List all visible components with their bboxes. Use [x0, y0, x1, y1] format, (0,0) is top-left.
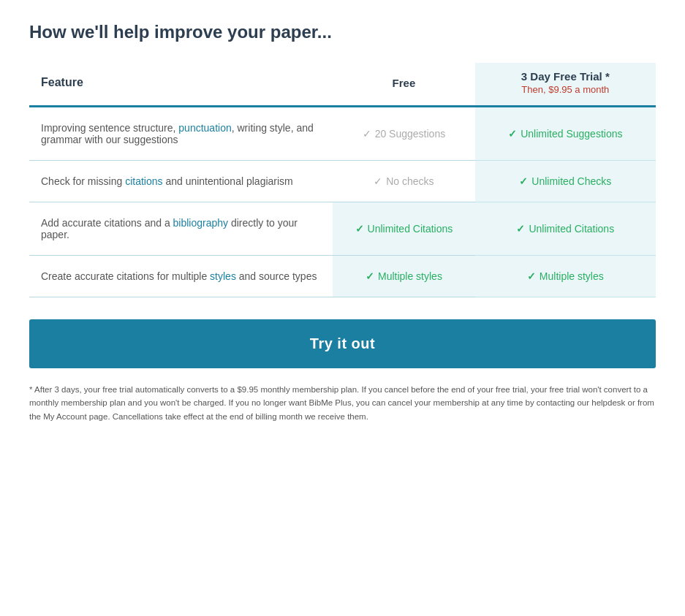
check-icon-free-2: ✓: [355, 223, 364, 235]
feature-link-3[interactable]: styles: [210, 270, 236, 282]
free-value-0: 20 Suggestions: [375, 128, 446, 140]
check-icon-trial-2: ✓: [516, 223, 525, 235]
feature-link-2[interactable]: bibliography: [173, 217, 229, 229]
check-icon-trial-0: ✓: [508, 128, 517, 140]
trial-value-3: Multiple styles: [540, 270, 604, 282]
feature-link-0[interactable]: punctuation: [178, 122, 231, 134]
free-value-2: Unlimited Citations: [368, 223, 453, 235]
feature-cell-0: Improving sentence structure, punctuatio…: [29, 107, 333, 161]
trial-cell-0: ✓Unlimited Suggestions: [475, 107, 656, 161]
feature-text-1: Check for missing: [41, 175, 125, 187]
column-header-trial: 3 Day Free Trial * Then, $9.95 a month: [475, 63, 656, 105]
trial-cell-3: ✓Multiple styles: [475, 256, 656, 297]
free-cell-2: ✓Unlimited Citations: [333, 202, 474, 256]
free-cell-0: ✓20 Suggestions: [333, 107, 474, 161]
check-icon-free-3: ✓: [366, 270, 374, 282]
free-value-1: No checks: [386, 175, 434, 187]
free-cell-3: ✓Multiple styles: [333, 256, 474, 297]
footnote: * After 3 days, your free trial automati…: [29, 383, 656, 423]
feature-text-2: Add accurate citations and a: [41, 217, 173, 229]
feature-text-1: and unintentional plagiarism: [163, 175, 293, 187]
check-icon-trial-3: ✓: [527, 270, 536, 282]
feature-text-3: and source types: [236, 270, 317, 282]
check-icon-trial-1: ✓: [519, 175, 528, 187]
trial-header-sub: Then, $9.95 a month: [521, 84, 609, 95]
feature-link-1[interactable]: citations: [125, 175, 162, 187]
trial-header-label: 3 Day Free Trial *: [487, 70, 644, 83]
page-title: How we'll help improve your paper...: [29, 22, 656, 42]
column-header-feature: Feature: [29, 63, 333, 105]
feature-cell-1: Check for missing citations and unintent…: [29, 161, 333, 202]
free-value-3: Multiple styles: [378, 270, 442, 282]
free-cell-1: ✓No checks: [333, 161, 474, 202]
try-button[interactable]: Try it out: [29, 319, 656, 368]
check-icon-free-0: ✓: [363, 128, 371, 140]
feature-cell-2: Add accurate citations and a bibliograph…: [29, 202, 333, 256]
trial-value-2: Unlimited Citations: [529, 223, 614, 235]
comparison-table: Feature Free 3 Day Free Trial * Then, $9…: [29, 63, 656, 297]
column-header-free: Free: [333, 63, 474, 105]
trial-cell-2: ✓Unlimited Citations: [475, 202, 656, 256]
feature-text-0: Improving sentence structure,: [41, 122, 178, 134]
check-icon-free-1: ✓: [374, 175, 382, 187]
trial-cell-1: ✓Unlimited Checks: [475, 161, 656, 202]
trial-value-0: Unlimited Suggestions: [521, 128, 622, 140]
try-button-wrap: Try it out: [29, 319, 656, 368]
trial-value-1: Unlimited Checks: [531, 175, 611, 187]
feature-cell-3: Create accurate citations for multiple s…: [29, 256, 333, 297]
feature-text-3: Create accurate citations for multiple: [41, 270, 210, 282]
